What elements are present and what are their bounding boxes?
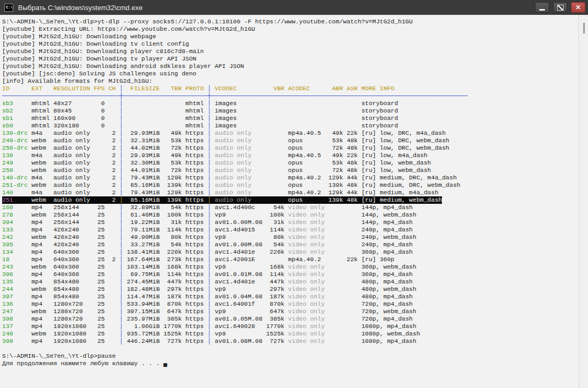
format-row: 396 mp4 640x360 25 │ 69.75MiB 114k https… bbox=[2, 271, 578, 278]
log-line: Для продолжения нажмите любую клавишу . … bbox=[2, 360, 578, 367]
cmd-icon: C:\ bbox=[4, 4, 13, 12]
window-controls: ✕ bbox=[535, 2, 585, 13]
log-line: [youtube] MJtG2d_h1GU: Downloading andro… bbox=[2, 63, 578, 70]
scrollbar[interactable] bbox=[578, 15, 588, 388]
format-row: 251 webm audio only 2 │ 85.16MiB 139k ht… bbox=[2, 196, 578, 204]
log-line: [youtube] Extracting URL: https://www.yo… bbox=[2, 25, 578, 33]
format-row: 137 mp4 1920x1080 25 │ 1.06GiB 1770k htt… bbox=[2, 323, 578, 330]
title-bar[interactable]: C:\ Выбрать C:\windows\system32\cmd.exe … bbox=[0, 0, 588, 15]
log-line: [info] Available formats for MJtG2d_h1GU… bbox=[2, 77, 578, 85]
prompt-line: S:\-ADMIN-\_Se7en_\Yt-dlp>pause bbox=[2, 352, 578, 360]
format-row: sb2 mhtml 80x45 0 │ mhtml │ images story… bbox=[2, 107, 578, 115]
minimize-button[interactable] bbox=[535, 2, 549, 13]
table-header: ID EXT RESOLUTION FPS CH │ FILESIZE TBR … bbox=[2, 85, 578, 92]
format-row: 160 mp4 256x144 25 │ 32.89MiB 54k https … bbox=[2, 204, 578, 211]
format-row: 398 mp4 1280x720 25 │ 235.97MiB 385k htt… bbox=[2, 315, 578, 323]
log-line: [youtube] MJtG2d_h1GU: Downloading tv pl… bbox=[2, 55, 578, 63]
format-row: 18 mp4 640x360 25 2 │ 167.64MiB 273k htt… bbox=[2, 256, 578, 263]
restore-icon bbox=[557, 5, 564, 11]
format-row: 244 webm 854x480 25 │ 182.48MiB 297k htt… bbox=[2, 286, 578, 293]
format-row: 249-drc webm audio only 2 │ 32.31MiB 53k… bbox=[2, 137, 578, 144]
log-line: [youtube] [jsc:deno] Solving JS challeng… bbox=[2, 70, 578, 77]
format-row: 139 m4a audio only 2 │ 29.93MiB 49k http… bbox=[2, 152, 578, 159]
format-row: 249 webm audio only 2 │ 32.30MiB 53k htt… bbox=[2, 159, 578, 167]
format-row: 243 webm 640x360 25 │ 103.14MiB 168k htt… bbox=[2, 263, 578, 271]
format-row: 136 mp4 1280x720 25 │ 533.94MiB 870k htt… bbox=[2, 300, 578, 308]
close-button[interactable]: ✕ bbox=[571, 2, 585, 13]
log-line bbox=[2, 345, 578, 352]
log-line: S:\-ADMIN-\_Se7en_\Yt-dlp>yt-dlp --proxy… bbox=[2, 18, 578, 25]
log-line: [youtube] MJtG2d_h1GU: Downloading playe… bbox=[2, 48, 578, 55]
format-row: sb3 mhtml 48x27 0 │ mhtml │ images story… bbox=[2, 100, 578, 107]
terminal-text: S:\-ADMIN-\_Se7en_\Yt-dlp>yt-dlp --proxy… bbox=[2, 18, 578, 367]
format-row: 251-drc webm audio only 2 │ 85.16MiB 139… bbox=[2, 182, 578, 189]
close-icon: ✕ bbox=[575, 4, 581, 11]
format-row: 397 mp4 854x480 25 │ 114.47MiB 187k http… bbox=[2, 293, 578, 300]
format-row: 140 m4a audio only 2 │ 79.43MiB 129k htt… bbox=[2, 189, 578, 196]
format-row: 133 mp4 426x240 25 │ 70.11MiB 114k https… bbox=[2, 226, 578, 234]
format-row: 394 mp4 256x144 25 │ 19.22MiB 31k https … bbox=[2, 219, 578, 226]
log-line: [youtube] MJtG2d_h1GU: Downloading webpa… bbox=[2, 33, 578, 40]
format-row: 134 mp4 640x360 25 │ 138.41MiB 226k http… bbox=[2, 248, 578, 256]
format-row: 399 mp4 1920x1080 25 │ 446.24MiB 727k ht… bbox=[2, 338, 578, 345]
restore-button[interactable] bbox=[553, 2, 567, 13]
format-row: sb1 mhtml 160x90 0 │ mhtml │ images stor… bbox=[2, 115, 578, 122]
format-row: 250 webm audio only 2 │ 44.01MiB 72k htt… bbox=[2, 167, 578, 174]
format-row: 139-drc m4a audio only 2 │ 29.93MiB 49k … bbox=[2, 130, 578, 137]
table-rule: ────────────────────────────────┼───────… bbox=[2, 92, 578, 100]
window-title: Выбрать C:\windows\system32\cmd.exe bbox=[18, 4, 142, 12]
format-row: 140-drc m4a audio only 2 │ 79.43MiB 129k… bbox=[2, 174, 578, 182]
scrollbar-thumb[interactable] bbox=[583, 23, 585, 33]
cmd-window: C:\ Выбрать C:\windows\system32\cmd.exe … bbox=[0, 0, 588, 388]
format-row: 250-drc webm audio only 2 │ 44.02MiB 72k… bbox=[2, 144, 578, 152]
format-row: 247 webm 1280x720 25 │ 397.15MiB 647k ht… bbox=[2, 308, 578, 315]
format-row: 248 webm 1920x1080 25 │ 935.72MiB 1525k … bbox=[2, 330, 578, 338]
console-output[interactable]: S:\-ADMIN-\_Se7en_\Yt-dlp>yt-dlp --proxy… bbox=[0, 15, 578, 388]
minimize-icon bbox=[539, 9, 545, 11]
format-row: 135 mp4 854x480 25 │ 274.45MiB 447k http… bbox=[2, 278, 578, 286]
format-row: 278 webm 256x144 25 │ 61.46MiB 100k http… bbox=[2, 211, 578, 219]
format-row: 395 mp4 426x240 25 │ 33.27MiB 54k https … bbox=[2, 241, 578, 248]
log-line: [youtube] MJtG2d_h1GU: Downloading tv cl… bbox=[2, 40, 578, 48]
format-row: sb0 mhtml 320x180 0 │ mhtml │ images sto… bbox=[2, 122, 578, 130]
format-row: 242 webm 426x240 25 │ 49.00MiB 80k https… bbox=[2, 234, 578, 241]
